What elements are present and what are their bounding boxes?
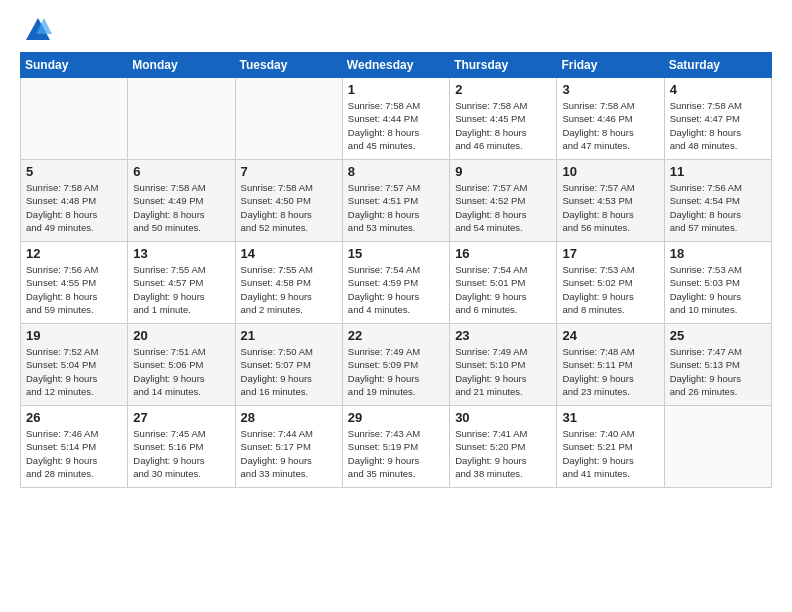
day-number: 8 <box>348 164 444 179</box>
day-number: 9 <box>455 164 551 179</box>
weekday-row: SundayMondayTuesdayWednesdayThursdayFrid… <box>21 53 772 78</box>
calendar-cell: 30Sunrise: 7:41 AM Sunset: 5:20 PM Dayli… <box>450 406 557 488</box>
day-number: 5 <box>26 164 122 179</box>
day-info: Sunrise: 7:58 AM Sunset: 4:44 PM Dayligh… <box>348 99 444 152</box>
day-number: 15 <box>348 246 444 261</box>
calendar-cell: 27Sunrise: 7:45 AM Sunset: 5:16 PM Dayli… <box>128 406 235 488</box>
day-number: 30 <box>455 410 551 425</box>
day-info: Sunrise: 7:40 AM Sunset: 5:21 PM Dayligh… <box>562 427 658 480</box>
day-info: Sunrise: 7:58 AM Sunset: 4:49 PM Dayligh… <box>133 181 229 234</box>
day-info: Sunrise: 7:58 AM Sunset: 4:45 PM Dayligh… <box>455 99 551 152</box>
calendar-cell: 13Sunrise: 7:55 AM Sunset: 4:57 PM Dayli… <box>128 242 235 324</box>
calendar-cell <box>21 78 128 160</box>
day-number: 12 <box>26 246 122 261</box>
day-number: 3 <box>562 82 658 97</box>
calendar-cell: 14Sunrise: 7:55 AM Sunset: 4:58 PM Dayli… <box>235 242 342 324</box>
day-info: Sunrise: 7:54 AM Sunset: 4:59 PM Dayligh… <box>348 263 444 316</box>
day-info: Sunrise: 7:51 AM Sunset: 5:06 PM Dayligh… <box>133 345 229 398</box>
calendar-cell <box>128 78 235 160</box>
day-info: Sunrise: 7:43 AM Sunset: 5:19 PM Dayligh… <box>348 427 444 480</box>
calendar-cell: 8Sunrise: 7:57 AM Sunset: 4:51 PM Daylig… <box>342 160 449 242</box>
calendar-cell: 6Sunrise: 7:58 AM Sunset: 4:49 PM Daylig… <box>128 160 235 242</box>
day-number: 26 <box>26 410 122 425</box>
day-info: Sunrise: 7:44 AM Sunset: 5:17 PM Dayligh… <box>241 427 337 480</box>
calendar-cell: 24Sunrise: 7:48 AM Sunset: 5:11 PM Dayli… <box>557 324 664 406</box>
calendar-cell: 9Sunrise: 7:57 AM Sunset: 4:52 PM Daylig… <box>450 160 557 242</box>
calendar-body: 1Sunrise: 7:58 AM Sunset: 4:44 PM Daylig… <box>21 78 772 488</box>
day-number: 25 <box>670 328 766 343</box>
weekday-header: Tuesday <box>235 53 342 78</box>
day-info: Sunrise: 7:41 AM Sunset: 5:20 PM Dayligh… <box>455 427 551 480</box>
day-number: 20 <box>133 328 229 343</box>
day-info: Sunrise: 7:58 AM Sunset: 4:50 PM Dayligh… <box>241 181 337 234</box>
calendar-table: SundayMondayTuesdayWednesdayThursdayFrid… <box>20 52 772 488</box>
day-info: Sunrise: 7:56 AM Sunset: 4:54 PM Dayligh… <box>670 181 766 234</box>
calendar-cell: 18Sunrise: 7:53 AM Sunset: 5:03 PM Dayli… <box>664 242 771 324</box>
calendar-cell <box>235 78 342 160</box>
weekday-header: Saturday <box>664 53 771 78</box>
day-number: 22 <box>348 328 444 343</box>
calendar-cell: 23Sunrise: 7:49 AM Sunset: 5:10 PM Dayli… <box>450 324 557 406</box>
weekday-header: Friday <box>557 53 664 78</box>
day-number: 14 <box>241 246 337 261</box>
day-info: Sunrise: 7:53 AM Sunset: 5:02 PM Dayligh… <box>562 263 658 316</box>
day-number: 4 <box>670 82 766 97</box>
day-number: 18 <box>670 246 766 261</box>
day-info: Sunrise: 7:57 AM Sunset: 4:51 PM Dayligh… <box>348 181 444 234</box>
calendar-week-row: 19Sunrise: 7:52 AM Sunset: 5:04 PM Dayli… <box>21 324 772 406</box>
day-info: Sunrise: 7:55 AM Sunset: 4:57 PM Dayligh… <box>133 263 229 316</box>
day-info: Sunrise: 7:58 AM Sunset: 4:47 PM Dayligh… <box>670 99 766 152</box>
calendar-cell: 22Sunrise: 7:49 AM Sunset: 5:09 PM Dayli… <box>342 324 449 406</box>
day-number: 17 <box>562 246 658 261</box>
calendar-header: SundayMondayTuesdayWednesdayThursdayFrid… <box>21 53 772 78</box>
day-info: Sunrise: 7:57 AM Sunset: 4:52 PM Dayligh… <box>455 181 551 234</box>
logo-icon <box>24 16 52 44</box>
logo <box>20 16 52 44</box>
calendar-cell: 21Sunrise: 7:50 AM Sunset: 5:07 PM Dayli… <box>235 324 342 406</box>
day-number: 28 <box>241 410 337 425</box>
calendar-cell: 31Sunrise: 7:40 AM Sunset: 5:21 PM Dayli… <box>557 406 664 488</box>
day-info: Sunrise: 7:45 AM Sunset: 5:16 PM Dayligh… <box>133 427 229 480</box>
day-number: 13 <box>133 246 229 261</box>
calendar-cell: 11Sunrise: 7:56 AM Sunset: 4:54 PM Dayli… <box>664 160 771 242</box>
day-info: Sunrise: 7:50 AM Sunset: 5:07 PM Dayligh… <box>241 345 337 398</box>
calendar-cell: 28Sunrise: 7:44 AM Sunset: 5:17 PM Dayli… <box>235 406 342 488</box>
day-number: 11 <box>670 164 766 179</box>
header <box>20 16 772 44</box>
day-number: 19 <box>26 328 122 343</box>
day-number: 6 <box>133 164 229 179</box>
day-number: 1 <box>348 82 444 97</box>
calendar-cell: 3Sunrise: 7:58 AM Sunset: 4:46 PM Daylig… <box>557 78 664 160</box>
day-number: 16 <box>455 246 551 261</box>
day-number: 24 <box>562 328 658 343</box>
day-number: 21 <box>241 328 337 343</box>
calendar-cell: 25Sunrise: 7:47 AM Sunset: 5:13 PM Dayli… <box>664 324 771 406</box>
calendar-week-row: 1Sunrise: 7:58 AM Sunset: 4:44 PM Daylig… <box>21 78 772 160</box>
day-info: Sunrise: 7:58 AM Sunset: 4:48 PM Dayligh… <box>26 181 122 234</box>
calendar-cell: 4Sunrise: 7:58 AM Sunset: 4:47 PM Daylig… <box>664 78 771 160</box>
day-info: Sunrise: 7:55 AM Sunset: 4:58 PM Dayligh… <box>241 263 337 316</box>
day-info: Sunrise: 7:49 AM Sunset: 5:09 PM Dayligh… <box>348 345 444 398</box>
calendar-cell: 10Sunrise: 7:57 AM Sunset: 4:53 PM Dayli… <box>557 160 664 242</box>
calendar-cell: 20Sunrise: 7:51 AM Sunset: 5:06 PM Dayli… <box>128 324 235 406</box>
day-info: Sunrise: 7:54 AM Sunset: 5:01 PM Dayligh… <box>455 263 551 316</box>
calendar-cell: 7Sunrise: 7:58 AM Sunset: 4:50 PM Daylig… <box>235 160 342 242</box>
day-info: Sunrise: 7:56 AM Sunset: 4:55 PM Dayligh… <box>26 263 122 316</box>
calendar-cell: 17Sunrise: 7:53 AM Sunset: 5:02 PM Dayli… <box>557 242 664 324</box>
day-number: 7 <box>241 164 337 179</box>
calendar-cell: 15Sunrise: 7:54 AM Sunset: 4:59 PM Dayli… <box>342 242 449 324</box>
calendar-cell: 2Sunrise: 7:58 AM Sunset: 4:45 PM Daylig… <box>450 78 557 160</box>
day-number: 2 <box>455 82 551 97</box>
day-info: Sunrise: 7:57 AM Sunset: 4:53 PM Dayligh… <box>562 181 658 234</box>
calendar-cell: 26Sunrise: 7:46 AM Sunset: 5:14 PM Dayli… <box>21 406 128 488</box>
day-number: 29 <box>348 410 444 425</box>
calendar-cell: 16Sunrise: 7:54 AM Sunset: 5:01 PM Dayli… <box>450 242 557 324</box>
weekday-header: Wednesday <box>342 53 449 78</box>
day-number: 23 <box>455 328 551 343</box>
weekday-header: Monday <box>128 53 235 78</box>
calendar-week-row: 26Sunrise: 7:46 AM Sunset: 5:14 PM Dayli… <box>21 406 772 488</box>
calendar-cell: 29Sunrise: 7:43 AM Sunset: 5:19 PM Dayli… <box>342 406 449 488</box>
day-info: Sunrise: 7:49 AM Sunset: 5:10 PM Dayligh… <box>455 345 551 398</box>
day-number: 10 <box>562 164 658 179</box>
calendar-container: SundayMondayTuesdayWednesdayThursdayFrid… <box>0 0 792 498</box>
